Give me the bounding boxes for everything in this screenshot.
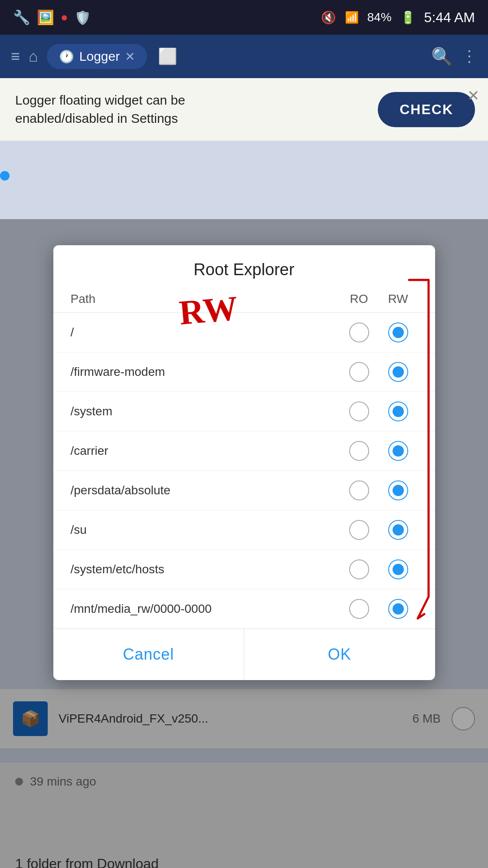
table-header: Path RO RW (53, 288, 435, 313)
more-options-icon[interactable]: ⋮ (462, 47, 477, 66)
rw-radio-cell-5[interactable] (379, 520, 418, 540)
banner-close-icon[interactable]: ✕ (467, 87, 479, 104)
hamburger-menu-icon[interactable]: ≡ (11, 47, 20, 66)
ro-radio-cell-7[interactable] (340, 599, 379, 619)
status-bar: 🔧 🖼️ ● 🛡️ 🔇 📶 84% 🔋 5:44 AM (0, 0, 488, 35)
rw-radio-1[interactable] (388, 362, 408, 382)
time-display: 5:44 AM (424, 10, 475, 26)
rw-radio-4[interactable] (388, 480, 408, 500)
dialog-title: Root Explorer (53, 245, 435, 288)
ro-radio-7[interactable] (349, 599, 369, 619)
row-path-6: /system/etc/hosts (71, 562, 340, 576)
new-tab-icon[interactable]: ⬜ (158, 47, 177, 66)
table-row: /system (53, 392, 435, 431)
status-bar-right: 🔇 📶 84% 🔋 5:44 AM (321, 10, 475, 26)
cancel-button[interactable]: Cancel (53, 629, 245, 680)
row-path-4: /persdata/absolute (71, 483, 340, 497)
ro-radio-cell-0[interactable] (340, 322, 379, 342)
ro-radio-5[interactable] (349, 520, 369, 540)
rw-radio-cell-0[interactable] (379, 322, 418, 342)
root-explorer-dialog: Root Explorer Path RO RW //firmware-mode… (53, 245, 435, 680)
rw-radio-cell-6[interactable] (379, 559, 418, 579)
tab-close-icon[interactable]: ✕ (125, 49, 135, 64)
check-button[interactable]: CHECK (378, 92, 475, 127)
table-row: /persdata/absolute (53, 471, 435, 510)
ro-radio-0[interactable] (349, 322, 369, 342)
status-bar-left: 🔧 🖼️ ● 🛡️ (13, 9, 91, 26)
logger-tab[interactable]: 🕐 Logger ✕ (47, 44, 147, 69)
table-row: /carrier (53, 431, 435, 471)
table-row: /system/etc/hosts (53, 550, 435, 589)
header-rw: RW (379, 292, 418, 306)
search-icon[interactable]: 🔍 (431, 46, 453, 67)
app-icon-2: 🖼️ (37, 9, 54, 26)
dialog-actions: Cancel OK (53, 628, 435, 680)
rw-radio-7[interactable] (388, 599, 408, 619)
ro-radio-cell-6[interactable] (340, 559, 379, 579)
banner: Logger floating widget can be enabled/di… (0, 78, 488, 141)
table-row: /su (53, 510, 435, 550)
ro-radio-cell-5[interactable] (340, 520, 379, 540)
table-row: /mnt/media_rw/0000-0000 (53, 589, 435, 628)
rw-radio-5[interactable] (388, 520, 408, 540)
ro-radio-4[interactable] (349, 480, 369, 500)
rw-radio-2[interactable] (388, 401, 408, 421)
ro-radio-cell-4[interactable] (340, 480, 379, 500)
ro-radio-cell-3[interactable] (340, 441, 379, 461)
table-row: / (53, 313, 435, 352)
banner-text: Logger floating widget can be enabled/di… (15, 91, 258, 128)
rw-radio-cell-7[interactable] (379, 599, 418, 619)
ok-button[interactable]: OK (244, 629, 435, 680)
clock-icon: 🕐 (59, 49, 74, 64)
rw-radio-cell-4[interactable] (379, 480, 418, 500)
rw-radio-cell-3[interactable] (379, 441, 418, 461)
home-icon[interactable]: ⌂ (29, 47, 38, 66)
app-icon-1: 🔧 (13, 9, 30, 26)
row-path-3: /carrier (71, 444, 340, 458)
row-path-5: /su (71, 523, 340, 537)
mute-icon: 🔇 (321, 10, 336, 25)
dialog-overlay: Root Explorer Path RO RW //firmware-mode… (0, 219, 488, 868)
tab-label: Logger (79, 49, 120, 64)
rw-radio-cell-2[interactable] (379, 401, 418, 421)
rw-radio-cell-1[interactable] (379, 362, 418, 382)
rw-radio-0[interactable] (388, 322, 408, 342)
ro-radio-cell-1[interactable] (340, 362, 379, 382)
rw-radio-6[interactable] (388, 559, 408, 579)
row-path-2: /system (71, 404, 340, 418)
ro-radio-2[interactable] (349, 401, 369, 421)
row-path-1: /firmware-modem (71, 365, 340, 379)
header-ro: RO (340, 292, 379, 306)
shield-icon: 🛡️ (75, 10, 91, 25)
table-row: /firmware-modem (53, 352, 435, 392)
ro-radio-3[interactable] (349, 441, 369, 461)
signal-icon: 📶 (345, 11, 359, 24)
ro-radio-1[interactable] (349, 362, 369, 382)
nav-bar: ≡ ⌂ 🕐 Logger ✕ ⬜ 🔍 ⋮ (0, 35, 488, 78)
header-path: Path (71, 292, 340, 306)
rw-radio-3[interactable] (388, 441, 408, 461)
dialog-rows-container: //firmware-modem/system/carrier/persdata… (53, 313, 435, 628)
row-path-7: /mnt/media_rw/0000-0000 (71, 602, 340, 616)
ro-radio-6[interactable] (349, 559, 369, 579)
battery-icon: 🔋 (400, 10, 416, 25)
app-icon-3: ● (61, 10, 68, 24)
blue-dot-indicator (0, 171, 10, 181)
battery-percent: 84% (367, 10, 392, 24)
ro-radio-cell-2[interactable] (340, 401, 379, 421)
row-path-0: / (71, 326, 340, 339)
